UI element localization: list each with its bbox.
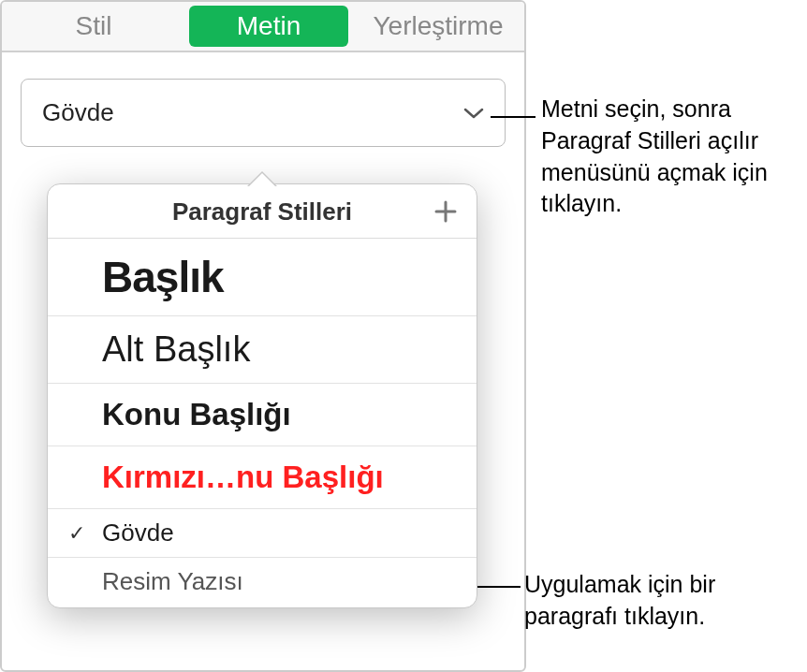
paragraph-style-current: Gövde: [42, 98, 114, 127]
tab-metin[interactable]: Metin: [189, 6, 348, 47]
inspector-panel: Stil Metin Yerleştirme Gövde Paragraf St…: [0, 0, 526, 672]
paragraph-styles-list: Başlık Alt Başlık Konu Başlığı Kırmızı…n…: [48, 239, 477, 607]
style-item-baslik[interactable]: Başlık: [48, 239, 477, 316]
plus-icon[interactable]: [432, 197, 460, 226]
popover-title: Paragraf Stilleri: [48, 184, 477, 239]
style-item-govde[interactable]: ✓ Gövde: [48, 509, 477, 558]
paragraph-style-dropdown[interactable]: Gövde: [21, 79, 506, 147]
style-item-altbaslik[interactable]: Alt Başlık: [48, 316, 477, 384]
paragraph-styles-popover: Paragraf Stilleri Başlık Alt Başlık Konu…: [47, 183, 477, 608]
popover-title-label: Paragraf Stilleri: [172, 197, 352, 226]
inspector-tabs: Stil Metin Yerleştirme: [2, 2, 524, 52]
style-item-resim[interactable]: Resim Yazısı: [48, 558, 477, 607]
style-item-konu[interactable]: Konu Başlığı: [48, 384, 477, 446]
chevron-down-icon: [463, 107, 484, 120]
check-icon: ✓: [68, 521, 85, 546]
callout-leader-2: [477, 586, 521, 588]
callout-text-2: Uygulamak için bir paragrafı tıklayın.: [524, 569, 805, 633]
callout-leader-1: [491, 116, 536, 118]
style-item-kirmizi[interactable]: Kırmızı…nu Başlığı: [48, 446, 477, 509]
tab-yerlestirme[interactable]: Yerleştirme: [352, 2, 524, 51]
tab-stil[interactable]: Stil: [2, 2, 185, 51]
callout-text-1: Metni seçin, sonra Paragraf Stilleri açı…: [541, 94, 803, 220]
style-item-label: Gövde: [102, 519, 174, 547]
